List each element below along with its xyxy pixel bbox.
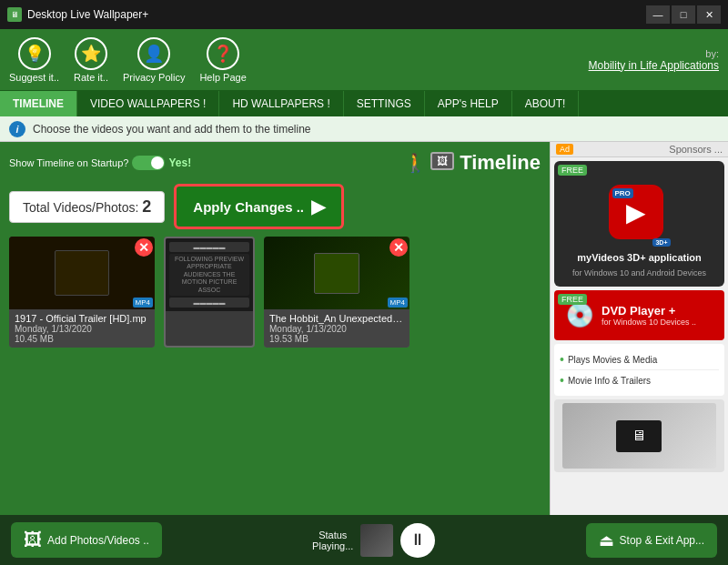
add-photos-button[interactable]: 🖼 Add Photos/Videos .. <box>11 522 162 558</box>
video-date-2: Monday, 1/13/2020 <box>269 324 404 334</box>
tab-hd-wallpapers[interactable]: HD WALLPAPERS ! <box>219 91 343 116</box>
toolbar: 💡 Suggest it.. ⭐ Rate it.. 👤 Privacy Pol… <box>0 29 728 91</box>
pause-icon: ⏸ <box>410 530 426 550</box>
exit-icon: ⏏ <box>599 530 614 550</box>
video-size-2: 19.53 MB <box>269 334 404 344</box>
close-button[interactable]: ✕ <box>697 5 721 24</box>
ad-dvd[interactable]: FREE 💿 DVD Player + for Windows 10 Devic… <box>554 290 724 340</box>
startup-toggle: Show Timeline on Startup? Yes! <box>9 156 191 170</box>
titlebar-title: Desktop Live Wallpaper+ <box>27 8 148 21</box>
timeline-header: Show Timeline on Startup? Yes! 🚶 🖼 Timel… <box>9 151 541 175</box>
tab-video-wallpapers[interactable]: VIDEO WALLPAPERS ! <box>77 91 219 116</box>
status-label: Status <box>318 530 347 540</box>
app-icon: 🖥 <box>7 7 22 22</box>
video-title-1: 1917 - Official Trailer [HD].mp <box>15 313 149 324</box>
titlebar-controls: — □ ✕ <box>646 5 721 24</box>
tab-apps-help[interactable]: APP's HELP <box>425 91 512 116</box>
3d-badge: 3D+ <box>652 238 670 247</box>
stats-count: 2 <box>142 197 151 216</box>
brand-link[interactable]: Mobility in Life Applications <box>589 59 719 72</box>
myvideo-title: myVideos 3D+ application <box>577 252 701 263</box>
free-badge-1: FREE <box>558 165 587 176</box>
status-text-area: Status Playing... <box>312 530 353 551</box>
feature-1: • Plays Movies & Media <box>560 349 719 370</box>
timeline-title-area: 🚶 🖼 Timeline <box>404 151 541 175</box>
content-area: Show Timeline on Startup? Yes! 🚶 🖼 Timel… <box>0 142 550 515</box>
myvideo-subtitle: for Windows 10 and Android Devices <box>572 268 706 277</box>
maximize-button[interactable]: □ <box>672 5 695 24</box>
video-items: ✕ MP4 1917 - Official Trailer [HD].mp Mo… <box>9 237 541 348</box>
feature-label-2: Movie Info & Trailers <box>568 376 651 386</box>
screen-icon: 🖥 <box>632 428 646 444</box>
sidebar: Ad Sponsors ... FREE ▶ PRO 3D+ myVideos … <box>550 142 728 515</box>
video-item-1: ✕ MP4 1917 - Official Trailer [HD].mp Mo… <box>9 237 155 348</box>
playing-label: Playing... <box>312 540 353 551</box>
timeline-title: Timeline <box>460 151 541 175</box>
bottombar: 🖼 Add Photos/Videos .. Status Playing...… <box>0 515 728 565</box>
titlebar: 🖥 Desktop Live Wallpaper+ — □ ✕ <box>0 0 728 29</box>
mp4-badge-2: MP4 <box>388 298 408 308</box>
dvd-title: DVD Player + <box>602 304 696 318</box>
suggest-button[interactable]: 💡 Suggest it.. <box>9 37 59 83</box>
dvd-text: DVD Player + for Windows 10 Devices .. <box>602 304 696 327</box>
bullet-1: • <box>560 352 564 367</box>
tab-settings[interactable]: SETTINGS <box>344 91 425 116</box>
apply-label: Apply Changes .. <box>193 199 304 215</box>
by-label: by: <box>589 48 719 59</box>
yes-label: Yes! <box>168 156 191 169</box>
apply-changes-button[interactable]: Apply Changes .. ▶ <box>174 184 344 229</box>
pro-badge: PRO <box>612 188 633 198</box>
add-label: Add Photos/Videos .. <box>47 534 149 547</box>
video-item-2: ✕ MP4 The Hobbit_An Unexpected Journey -… <box>264 237 410 348</box>
toolbar-brand: by: Mobility in Life Applications <box>589 48 719 72</box>
privacy-button[interactable]: 👤 Privacy Policy <box>123 37 185 83</box>
tab-timeline[interactable]: TIMELINE <box>0 91 77 116</box>
suggest-label: Suggest it.. <box>9 72 59 83</box>
info-icon: i <box>9 121 25 137</box>
video-info-1: 1917 - Official Trailer [HD].mp Monday, … <box>9 309 155 348</box>
apply-arrow-icon: ▶ <box>311 196 325 217</box>
video-date-1: Monday, 1/13/2020 <box>15 324 149 334</box>
stop-exit-button[interactable]: ⏏ Stop & Exit App... <box>586 523 717 558</box>
tab-about[interactable]: ABOUT! <box>512 91 580 116</box>
navtabs: TIMELINE VIDEO WALLPAPERS ! HD WALLPAPER… <box>0 91 728 116</box>
toggle-knob <box>151 156 164 169</box>
image-icon: 🖼 <box>430 152 454 170</box>
stop-label: Stop & Exit App... <box>620 534 704 547</box>
dvd-icon: 💿 <box>565 301 594 329</box>
ad-myvideo[interactable]: FREE ▶ PRO 3D+ myVideos 3D+ application … <box>554 161 724 287</box>
suggest-icon: 💡 <box>18 37 51 70</box>
video-close-2[interactable]: ✕ <box>389 238 408 257</box>
stats-box: Total Videos/Photos: 2 <box>9 191 165 223</box>
toolbar-buttons: 💡 Suggest it.. ⭐ Rate it.. 👤 Privacy Pol… <box>9 37 247 83</box>
playing-image <box>360 524 393 557</box>
dvd-subtitle: for Windows 10 Devices .. <box>602 318 696 327</box>
myvideo-icon-area: ▶ PRO 3D+ <box>609 185 671 247</box>
toggle-switch[interactable] <box>132 156 165 170</box>
stats-apply-row: Total Videos/Photos: 2 Apply Changes .. … <box>9 184 541 229</box>
timeline-left: Show Timeline on Startup? Yes! <box>9 156 191 170</box>
pause-button[interactable]: ⏸ <box>400 523 435 558</box>
rate-icon: ⭐ <box>75 37 107 70</box>
rate-label: Rate it.. <box>74 72 108 83</box>
ad-label: Ad <box>556 144 573 155</box>
preview-text: FOLLOWING PREVIEW APPROPRIATE AUDIENCES … <box>171 256 248 294</box>
privacy-icon: 👤 <box>137 37 170 70</box>
video-thumb-1: MP4 <box>9 237 155 309</box>
main-area: Show Timeline on Startup? Yes! 🚶 🖼 Timel… <box>0 142 728 515</box>
person-icon: 🚶 <box>404 152 427 174</box>
add-icon: 🖼 <box>24 530 42 550</box>
feature-label-1: Plays Movies & Media <box>568 355 657 365</box>
help-button[interactable]: ❓ Help Page <box>199 37 246 83</box>
sponsors-label: Sponsors ... <box>669 144 723 155</box>
status-center: Status Playing... ⏸ <box>312 523 435 558</box>
titlebar-left: 🖥 Desktop Live Wallpaper+ <box>7 7 148 22</box>
video-thumb-2: MP4 <box>264 237 410 309</box>
rate-button[interactable]: ⭐ Rate it.. <box>74 37 108 83</box>
preview-thumb: ▬▬▬▬▬ FOLLOWING PREVIEW APPROPRIATE AUDI… <box>166 238 253 311</box>
minimize-button[interactable]: — <box>646 5 670 24</box>
video-close-1[interactable]: ✕ <box>135 238 153 257</box>
stats-label: Total Videos/Photos: <box>23 200 138 215</box>
help-icon: ❓ <box>207 37 239 70</box>
mp4-badge-1: MP4 <box>133 298 153 308</box>
